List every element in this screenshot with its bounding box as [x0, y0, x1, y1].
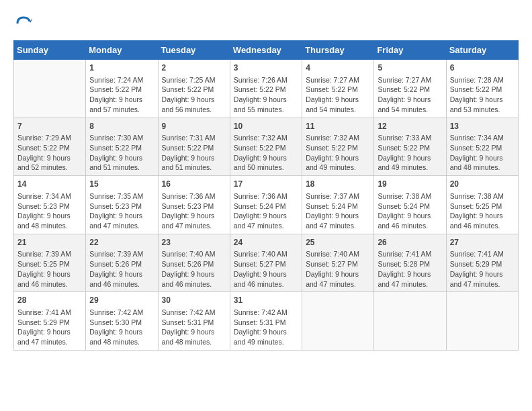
day-number: 28	[17, 295, 82, 306]
day-cell: 24Sunrise: 7:40 AMSunset: 5:27 PMDayligh…	[230, 234, 302, 292]
day-cell: 20Sunrise: 7:38 AMSunset: 5:25 PMDayligh…	[446, 176, 518, 234]
day-cell: 19Sunrise: 7:38 AMSunset: 5:24 PMDayligh…	[374, 176, 446, 234]
logo-icon	[13, 13, 34, 34]
day-cell	[14, 60, 86, 118]
day-number: 20	[450, 179, 515, 190]
day-cell: 14Sunrise: 7:34 AMSunset: 5:23 PMDayligh…	[14, 176, 86, 234]
day-cell: 18Sunrise: 7:37 AMSunset: 5:24 PMDayligh…	[302, 176, 374, 234]
calendar-table: SundayMondayTuesdayWednesdayThursdayFrid…	[13, 40, 519, 351]
day-cell: 22Sunrise: 7:39 AMSunset: 5:26 PMDayligh…	[86, 234, 158, 292]
day-number: 25	[306, 237, 370, 248]
col-header-tuesday: Tuesday	[158, 41, 230, 60]
day-cell: 23Sunrise: 7:40 AMSunset: 5:26 PMDayligh…	[158, 234, 230, 292]
day-cell: 28Sunrise: 7:41 AMSunset: 5:29 PMDayligh…	[14, 292, 86, 351]
day-cell: 21Sunrise: 7:39 AMSunset: 5:25 PMDayligh…	[14, 234, 86, 292]
day-cell: 25Sunrise: 7:40 AMSunset: 5:27 PMDayligh…	[302, 234, 374, 292]
day-number: 17	[234, 179, 298, 190]
page-header	[13, 13, 519, 34]
day-number: 21	[17, 237, 82, 248]
day-cell: 11Sunrise: 7:32 AMSunset: 5:22 PMDayligh…	[302, 118, 374, 176]
week-row-1: 1Sunrise: 7:24 AMSunset: 5:22 PMDaylight…	[14, 60, 519, 118]
day-number: 19	[378, 179, 442, 190]
day-cell: 7Sunrise: 7:29 AMSunset: 5:22 PMDaylight…	[14, 118, 86, 176]
day-number: 5	[378, 62, 442, 74]
col-header-friday: Friday	[374, 41, 446, 60]
day-cell: 27Sunrise: 7:41 AMSunset: 5:29 PMDayligh…	[446, 234, 518, 292]
day-number: 14	[17, 179, 82, 190]
day-number: 22	[89, 237, 154, 248]
day-cell: 2Sunrise: 7:25 AMSunset: 5:22 PMDaylight…	[158, 60, 230, 118]
day-number: 3	[234, 62, 298, 74]
week-row-4: 21Sunrise: 7:39 AMSunset: 5:25 PMDayligh…	[14, 234, 519, 292]
day-number: 29	[89, 295, 154, 306]
day-cell: 30Sunrise: 7:42 AMSunset: 5:31 PMDayligh…	[158, 292, 230, 351]
day-number: 24	[234, 237, 298, 248]
day-number: 8	[89, 121, 154, 132]
day-cell: 12Sunrise: 7:33 AMSunset: 5:22 PMDayligh…	[374, 118, 446, 176]
day-cell: 1Sunrise: 7:24 AMSunset: 5:22 PMDaylight…	[86, 60, 158, 118]
day-number: 12	[378, 121, 442, 132]
day-number: 9	[162, 121, 226, 132]
day-cell: 16Sunrise: 7:36 AMSunset: 5:23 PMDayligh…	[158, 176, 230, 234]
day-cell: 29Sunrise: 7:42 AMSunset: 5:30 PMDayligh…	[86, 292, 158, 351]
day-number: 16	[162, 179, 226, 190]
week-row-3: 14Sunrise: 7:34 AMSunset: 5:23 PMDayligh…	[14, 176, 519, 234]
col-header-thursday: Thursday	[302, 41, 374, 60]
day-cell: 15Sunrise: 7:35 AMSunset: 5:23 PMDayligh…	[86, 176, 158, 234]
calendar-body: 1Sunrise: 7:24 AMSunset: 5:22 PMDaylight…	[14, 60, 519, 351]
day-cell: 9Sunrise: 7:31 AMSunset: 5:22 PMDaylight…	[158, 118, 230, 176]
day-number: 10	[234, 121, 298, 132]
day-number: 4	[306, 62, 370, 74]
day-number: 23	[162, 237, 226, 248]
day-cell: 26Sunrise: 7:41 AMSunset: 5:28 PMDayligh…	[374, 234, 446, 292]
day-number: 11	[306, 121, 370, 132]
week-row-5: 28Sunrise: 7:41 AMSunset: 5:29 PMDayligh…	[14, 292, 519, 351]
day-cell: 31Sunrise: 7:42 AMSunset: 5:31 PMDayligh…	[230, 292, 302, 351]
day-cell	[446, 292, 518, 351]
day-number: 30	[162, 295, 226, 306]
day-cell: 5Sunrise: 7:27 AMSunset: 5:22 PMDaylight…	[374, 60, 446, 118]
col-header-sunday: Sunday	[14, 41, 86, 60]
day-number: 7	[17, 121, 82, 132]
day-cell: 17Sunrise: 7:36 AMSunset: 5:24 PMDayligh…	[230, 176, 302, 234]
day-cell	[302, 292, 374, 351]
day-number: 31	[234, 295, 298, 306]
day-number: 1	[89, 62, 154, 74]
week-row-2: 7Sunrise: 7:29 AMSunset: 5:22 PMDaylight…	[14, 118, 519, 176]
day-number: 26	[378, 237, 442, 248]
day-number: 13	[450, 121, 515, 132]
day-number: 15	[89, 179, 154, 190]
logo	[13, 13, 36, 34]
day-number: 6	[450, 62, 515, 74]
day-cell: 4Sunrise: 7:27 AMSunset: 5:22 PMDaylight…	[302, 60, 374, 118]
day-cell	[374, 292, 446, 351]
header-row: SundayMondayTuesdayWednesdayThursdayFrid…	[14, 41, 519, 60]
day-number: 2	[162, 62, 226, 74]
calendar-header: SundayMondayTuesdayWednesdayThursdayFrid…	[14, 41, 519, 60]
col-header-monday: Monday	[86, 41, 158, 60]
col-header-wednesday: Wednesday	[230, 41, 302, 60]
day-cell: 13Sunrise: 7:34 AMSunset: 5:22 PMDayligh…	[446, 118, 518, 176]
col-header-saturday: Saturday	[446, 41, 518, 60]
day-cell: 6Sunrise: 7:28 AMSunset: 5:22 PMDaylight…	[446, 60, 518, 118]
day-cell: 8Sunrise: 7:30 AMSunset: 5:22 PMDaylight…	[86, 118, 158, 176]
day-number: 27	[450, 237, 515, 248]
day-cell: 10Sunrise: 7:32 AMSunset: 5:22 PMDayligh…	[230, 118, 302, 176]
day-cell: 3Sunrise: 7:26 AMSunset: 5:22 PMDaylight…	[230, 60, 302, 118]
day-number: 18	[306, 179, 370, 190]
